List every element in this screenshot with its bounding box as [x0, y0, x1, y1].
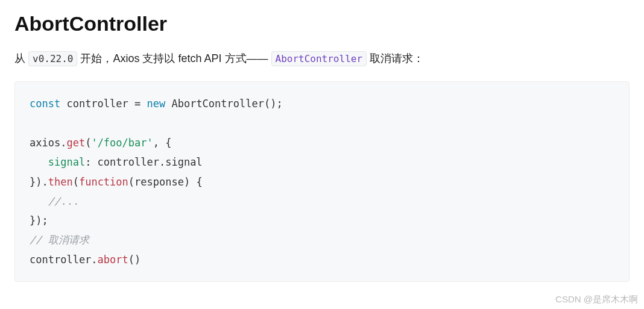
- code-token: function: [79, 176, 128, 188]
- code-token: , {: [153, 137, 172, 149]
- code-token: });: [30, 214, 48, 226]
- abortcontroller-link[interactable]: AbortController: [271, 51, 367, 66]
- code-token: (): [128, 254, 140, 266]
- code-token: abort: [98, 254, 128, 266]
- intro-text-1: 从: [14, 52, 28, 64]
- code-token: //...: [48, 195, 79, 207]
- code-token: controller =: [60, 98, 147, 110]
- code-token: then: [48, 176, 73, 188]
- version-code: v0.22.0: [28, 51, 77, 66]
- code-token: controller.: [30, 254, 98, 266]
- code-token: axios.: [30, 137, 66, 149]
- code-example: const controller = new AbortController()…: [14, 81, 630, 282]
- code-token: }).: [30, 176, 48, 188]
- code-token: (: [85, 137, 91, 149]
- code-token: get: [66, 137, 85, 149]
- code-token: new: [147, 98, 165, 110]
- code-token: '/foo/bar': [91, 137, 153, 149]
- code-token: [30, 195, 48, 207]
- code-token: [30, 156, 48, 168]
- page-title: AbortController: [14, 12, 630, 36]
- code-token: (: [73, 176, 79, 188]
- code-token: : controller.signal: [85, 156, 202, 168]
- code-token: const: [30, 98, 60, 110]
- code-token: AbortController();: [165, 98, 282, 110]
- code-token: signal: [48, 156, 85, 168]
- code-token: // 取消请求: [30, 234, 89, 246]
- intro-text-3: 取消请求：: [367, 52, 424, 64]
- intro-text-2: 开始，Axios 支持以 fetch API 方式——: [77, 52, 271, 64]
- intro-paragraph: 从 v0.22.0 开始，Axios 支持以 fetch API 方式—— Ab…: [14, 49, 630, 68]
- code-token: (response) {: [128, 176, 203, 188]
